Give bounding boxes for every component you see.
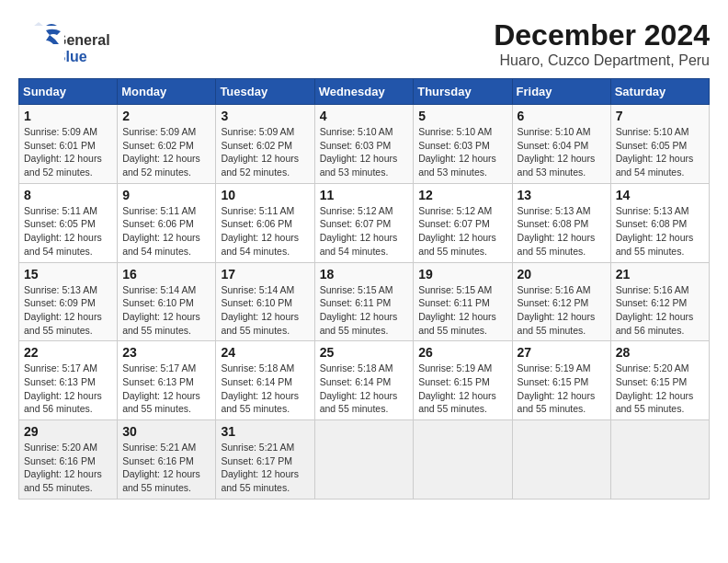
- day-info: Sunrise: 5:18 AM Sunset: 6:14 PM Dayligh…: [221, 362, 309, 416]
- calendar-week-row: 1Sunrise: 5:09 AM Sunset: 6:01 PM Daylig…: [19, 105, 710, 184]
- day-info: Sunrise: 5:09 AM Sunset: 6:02 PM Dayligh…: [122, 125, 210, 179]
- day-info: Sunrise: 5:11 AM Sunset: 6:05 PM Dayligh…: [24, 204, 112, 259]
- header-wednesday: Wednesday: [314, 79, 414, 105]
- header-friday: Friday: [512, 79, 610, 105]
- day-info: Sunrise: 5:20 AM Sunset: 6:16 PM Dayligh…: [24, 441, 112, 495]
- day-info: Sunrise: 5:17 AM Sunset: 6:13 PM Dayligh…: [122, 362, 210, 416]
- day-number: 17: [221, 267, 309, 282]
- page-subtitle: Huaro, Cuzco Department, Peru: [494, 52, 710, 69]
- calendar-day-cell: 11Sunrise: 5:12 AM Sunset: 6:07 PM Dayli…: [314, 183, 414, 262]
- day-number: 3: [221, 109, 309, 123]
- header-tuesday: Tuesday: [216, 79, 314, 105]
- day-number: 21: [616, 267, 704, 282]
- day-number: 6: [518, 109, 606, 123]
- day-info: Sunrise: 5:14 AM Sunset: 6:10 PM Dayligh…: [221, 283, 309, 338]
- day-info: Sunrise: 5:18 AM Sunset: 6:14 PM Dayligh…: [320, 362, 409, 416]
- day-number: 27: [518, 345, 606, 360]
- logo-svg: [18, 26, 64, 72]
- calendar-day-cell: 22Sunrise: 5:17 AM Sunset: 6:13 PM Dayli…: [19, 341, 118, 420]
- day-number: 30: [122, 424, 210, 439]
- calendar-day-cell: 2Sunrise: 5:09 AM Sunset: 6:02 PM Daylig…: [118, 105, 216, 184]
- calendar-day-cell: [610, 420, 709, 500]
- calendar-day-cell: [512, 420, 610, 500]
- calendar-day-cell: 8Sunrise: 5:11 AM Sunset: 6:05 PM Daylig…: [19, 183, 118, 262]
- day-info: Sunrise: 5:16 AM Sunset: 6:12 PM Dayligh…: [518, 283, 606, 338]
- day-number: 12: [418, 188, 506, 202]
- day-number: 5: [418, 109, 506, 123]
- day-number: 7: [616, 109, 704, 123]
- day-info: Sunrise: 5:13 AM Sunset: 6:08 PM Dayligh…: [616, 204, 704, 259]
- calendar-day-cell: 9Sunrise: 5:11 AM Sunset: 6:06 PM Daylig…: [118, 183, 216, 262]
- day-info: Sunrise: 5:15 AM Sunset: 6:11 PM Dayligh…: [418, 283, 506, 338]
- day-number: 24: [221, 345, 309, 360]
- calendar-day-cell: 6Sunrise: 5:10 AM Sunset: 6:04 PM Daylig…: [512, 105, 610, 184]
- page-title: December 2024: [494, 18, 710, 52]
- calendar-day-cell: 16Sunrise: 5:14 AM Sunset: 6:10 PM Dayli…: [118, 262, 216, 341]
- day-info: Sunrise: 5:16 AM Sunset: 6:12 PM Dayligh…: [616, 283, 704, 338]
- day-number: 16: [122, 267, 210, 282]
- calendar-table: Sunday Monday Tuesday Wednesday Thursday…: [18, 78, 710, 500]
- day-info: Sunrise: 5:10 AM Sunset: 6:03 PM Dayligh…: [418, 125, 506, 179]
- day-number: 2: [122, 109, 210, 123]
- day-info: Sunrise: 5:17 AM Sunset: 6:13 PM Dayligh…: [24, 362, 112, 416]
- calendar-day-cell: 27Sunrise: 5:19 AM Sunset: 6:15 PM Dayli…: [512, 341, 610, 420]
- day-info: Sunrise: 5:11 AM Sunset: 6:06 PM Dayligh…: [122, 204, 210, 259]
- calendar-day-cell: 23Sunrise: 5:17 AM Sunset: 6:13 PM Dayli…: [118, 341, 216, 420]
- day-number: 9: [122, 188, 210, 202]
- calendar-day-cell: 12Sunrise: 5:12 AM Sunset: 6:07 PM Dayli…: [414, 183, 512, 262]
- day-number: 20: [518, 267, 606, 282]
- calendar-day-cell: 18Sunrise: 5:15 AM Sunset: 6:11 PM Dayli…: [314, 262, 414, 341]
- day-info: Sunrise: 5:10 AM Sunset: 6:03 PM Dayligh…: [320, 125, 409, 179]
- day-info: Sunrise: 5:21 AM Sunset: 6:17 PM Dayligh…: [221, 441, 309, 495]
- calendar-day-cell: 20Sunrise: 5:16 AM Sunset: 6:12 PM Dayli…: [512, 262, 610, 341]
- header-sunday: Sunday: [19, 79, 118, 105]
- calendar-week-row: 29Sunrise: 5:20 AM Sunset: 6:16 PM Dayli…: [19, 420, 710, 500]
- day-info: Sunrise: 5:13 AM Sunset: 6:08 PM Dayligh…: [518, 204, 606, 259]
- day-number: 15: [24, 267, 112, 282]
- day-number: 22: [24, 345, 112, 360]
- calendar-day-cell: 31Sunrise: 5:21 AM Sunset: 6:17 PM Dayli…: [216, 420, 314, 500]
- day-number: 23: [122, 345, 210, 360]
- calendar-day-cell: 15Sunrise: 5:13 AM Sunset: 6:09 PM Dayli…: [19, 262, 118, 341]
- calendar-day-cell: 26Sunrise: 5:19 AM Sunset: 6:15 PM Dayli…: [414, 341, 512, 420]
- day-info: Sunrise: 5:20 AM Sunset: 6:15 PM Dayligh…: [616, 362, 704, 416]
- day-number: 11: [320, 188, 409, 202]
- title-block: December 2024 Huaro, Cuzco Department, P…: [494, 18, 710, 69]
- calendar-day-cell: 28Sunrise: 5:20 AM Sunset: 6:15 PM Dayli…: [610, 341, 709, 420]
- header-monday: Monday: [118, 79, 216, 105]
- day-info: Sunrise: 5:19 AM Sunset: 6:15 PM Dayligh…: [418, 362, 506, 416]
- calendar-day-cell: 17Sunrise: 5:14 AM Sunset: 6:10 PM Dayli…: [216, 262, 314, 341]
- calendar-day-cell: 7Sunrise: 5:10 AM Sunset: 6:05 PM Daylig…: [610, 105, 709, 184]
- calendar-day-cell: 3Sunrise: 5:09 AM Sunset: 6:02 PM Daylig…: [216, 105, 314, 184]
- calendar-day-cell: 29Sunrise: 5:20 AM Sunset: 6:16 PM Dayli…: [19, 420, 118, 500]
- day-info: Sunrise: 5:12 AM Sunset: 6:07 PM Dayligh…: [320, 204, 409, 259]
- calendar-week-row: 8Sunrise: 5:11 AM Sunset: 6:05 PM Daylig…: [19, 183, 710, 262]
- logo-display: General Blue: [18, 26, 110, 72]
- day-info: Sunrise: 5:11 AM Sunset: 6:06 PM Dayligh…: [221, 204, 309, 259]
- day-info: Sunrise: 5:09 AM Sunset: 6:02 PM Dayligh…: [221, 125, 309, 179]
- calendar-day-cell: 13Sunrise: 5:13 AM Sunset: 6:08 PM Dayli…: [512, 183, 610, 262]
- calendar-day-cell: 1Sunrise: 5:09 AM Sunset: 6:01 PM Daylig…: [19, 105, 118, 184]
- calendar-day-cell: 14Sunrise: 5:13 AM Sunset: 6:08 PM Dayli…: [610, 183, 709, 262]
- day-info: Sunrise: 5:09 AM Sunset: 6:01 PM Dayligh…: [24, 125, 112, 179]
- day-info: Sunrise: 5:14 AM Sunset: 6:10 PM Dayligh…: [122, 283, 210, 338]
- page-header: General Blue December 2024 Huaro, Cuzco …: [18, 18, 710, 69]
- day-info: Sunrise: 5:21 AM Sunset: 6:16 PM Dayligh…: [122, 441, 210, 495]
- calendar-week-row: 15Sunrise: 5:13 AM Sunset: 6:09 PM Dayli…: [19, 262, 710, 341]
- header-thursday: Thursday: [414, 79, 512, 105]
- day-number: 28: [616, 345, 704, 360]
- day-info: Sunrise: 5:19 AM Sunset: 6:15 PM Dayligh…: [518, 362, 606, 416]
- calendar-day-cell: 25Sunrise: 5:18 AM Sunset: 6:14 PM Dayli…: [314, 341, 414, 420]
- calendar-day-cell: 5Sunrise: 5:10 AM Sunset: 6:03 PM Daylig…: [414, 105, 512, 184]
- day-number: 26: [418, 345, 506, 360]
- day-info: Sunrise: 5:15 AM Sunset: 6:11 PM Dayligh…: [320, 283, 409, 338]
- calendar-day-cell: 30Sunrise: 5:21 AM Sunset: 6:16 PM Dayli…: [118, 420, 216, 500]
- calendar-week-row: 22Sunrise: 5:17 AM Sunset: 6:13 PM Dayli…: [19, 341, 710, 420]
- calendar-day-cell: [314, 420, 414, 500]
- day-info: Sunrise: 5:10 AM Sunset: 6:04 PM Dayligh…: [518, 125, 606, 179]
- day-number: 4: [320, 109, 409, 123]
- calendar-day-cell: [414, 420, 512, 500]
- header-saturday: Saturday: [610, 79, 709, 105]
- day-number: 13: [518, 188, 606, 202]
- day-number: 18: [320, 267, 409, 282]
